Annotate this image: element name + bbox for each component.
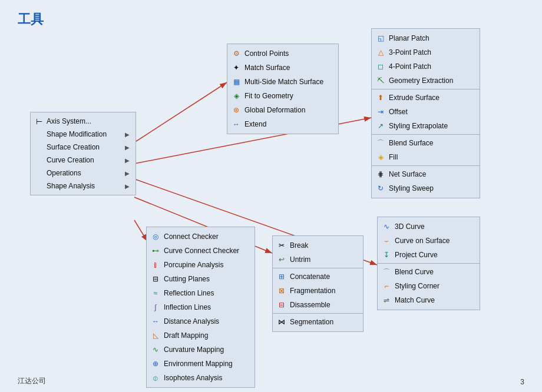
surface-creation-panel: ◱ Planar Patch △ 3-Point Patch ◻ 4-Point… — [371, 28, 480, 198]
menu-surface-creation[interactable]: Surface Creation ▶ — [31, 141, 136, 154]
item-planar-patch[interactable]: ◱ Planar Patch — [372, 31, 480, 45]
blend-curve-icon: ⌒ — [381, 267, 392, 277]
item-draft-mapping[interactable]: ◺ Draft Mapping — [147, 328, 255, 343]
distance-icon: ↔ — [150, 316, 161, 327]
match-surface-icon: ✦ — [231, 62, 242, 73]
item-fit-geometry[interactable]: ◈ Fit to Geometry — [227, 89, 338, 103]
item-curve-on-surface[interactable]: ⌣ Curve on Surface — [378, 234, 480, 248]
menu-operations[interactable]: Operations ▶ — [31, 167, 136, 180]
item-blend-curve[interactable]: ⌒ Blend Curve — [378, 265, 480, 279]
3d-curve-icon: ∿ — [381, 221, 392, 232]
menu-curve-creation[interactable]: Curve Creation ▶ — [31, 154, 136, 167]
curvature-icon: ∿ — [150, 344, 161, 355]
item-net-surface[interactable]: ⋕ Net Surface — [372, 167, 480, 181]
environment-icon: ⊕ — [150, 358, 161, 369]
4point-patch-icon: ◻ — [375, 61, 386, 72]
item-porcupine[interactable]: ⫿ Porcupine Analysis — [147, 258, 255, 272]
project-curve-icon: ↧ — [381, 250, 392, 260]
segment-icon: ⋈ — [276, 317, 287, 327]
porcupine-icon: ⫿ — [150, 260, 161, 270]
item-untrim[interactable]: ↩ Untrim — [273, 253, 363, 267]
blend-surface-icon: ⌒ — [375, 138, 386, 148]
item-3point-patch[interactable]: △ 3-Point Patch — [372, 45, 480, 59]
item-extrude-surface[interactable]: ⬆ Extrude Surface — [372, 91, 480, 105]
isophotes-icon: ⦶ — [150, 373, 161, 383]
item-control-points[interactable]: ⚙ Control Points — [227, 46, 338, 61]
item-match-curve[interactable]: ⇌ Match Curve — [378, 293, 480, 307]
item-disassemble[interactable]: ⊟ Disassemble — [273, 298, 363, 312]
item-geometry-extraction[interactable]: ⛏ Geometry Extraction — [372, 74, 480, 88]
axis-icon: ⊢ — [34, 117, 44, 126]
footer-right: 3 — [520, 378, 524, 386]
svg-line-5 — [134, 220, 147, 241]
operations-icon — [34, 168, 44, 178]
item-concatenate[interactable]: ⊞ Concatenate — [273, 270, 363, 284]
page-title: 工具 — [18, 11, 44, 28]
item-fill[interactable]: ◈ Fill — [372, 150, 480, 164]
item-fragmentation[interactable]: ⊠ Fragmentation — [273, 284, 363, 298]
shape-modification-panel: ⚙ Control Points ✦ Match Surface ▦ Multi… — [227, 44, 339, 134]
item-cutting-planes[interactable]: ⊟ Cutting Planes — [147, 272, 255, 286]
planar-patch-icon: ◱ — [375, 33, 386, 44]
3point-patch-icon: △ — [375, 47, 386, 58]
item-segmentation[interactable]: ⋈ Segmentation — [273, 315, 363, 329]
item-4point-patch[interactable]: ◻ 4-Point Patch — [372, 59, 480, 74]
item-connect-checker[interactable]: ◎ Connect Checker — [147, 230, 255, 244]
styling-sweep-icon: ↻ — [375, 183, 386, 194]
fit-geometry-icon: ◈ — [231, 91, 242, 101]
multi-match-icon: ▦ — [231, 77, 242, 87]
menu-shape-analysis[interactable]: Shape Analysis ▶ — [31, 180, 136, 192]
footer-left: 江达公司 — [18, 376, 46, 386]
item-isophotes[interactable]: ⦶ Isophotes Analysis — [147, 371, 255, 385]
offset-icon: ⇥ — [375, 107, 386, 117]
item-environment[interactable]: ⊕ Environment Mapping — [147, 357, 255, 371]
extrapolate-icon: ↗ — [375, 121, 386, 131]
item-3d-curve[interactable]: ∿ 3D Curve — [378, 220, 480, 234]
operations-panel: ✂ Break ↩ Untrim ⊞ Concatenate ⊠ Fragmen… — [272, 235, 363, 332]
disassemble-icon: ⊟ — [276, 300, 287, 310]
curve-on-surface-icon: ⌣ — [381, 235, 392, 246]
geom-extract-icon: ⛏ — [375, 75, 386, 86]
analysis-icon — [34, 181, 44, 191]
item-curve-connect[interactable]: ⊷ Curve Connect Checker — [147, 244, 255, 258]
curve-icon — [34, 155, 44, 165]
draft-icon: ◺ — [150, 330, 161, 341]
item-blend-surface[interactable]: ⌒ Blend Surface — [372, 136, 480, 150]
connect-checker-icon: ◎ — [150, 231, 161, 242]
inflection-icon: ∫ — [150, 302, 161, 313]
item-distance[interactable]: ↔ Distance Analysis — [147, 314, 255, 328]
net-surface-icon: ⋕ — [375, 169, 386, 180]
shape-mod-icon — [34, 129, 44, 139]
styling-corner-icon: ⌐ — [381, 281, 392, 291]
extend-icon: ↔ — [231, 119, 242, 129]
menu-axis-system[interactable]: ⊢ Axis System... — [31, 115, 136, 128]
surface-icon — [34, 142, 44, 152]
item-styling-corner[interactable]: ⌐ Styling Corner — [378, 279, 480, 293]
fill-icon: ◈ — [375, 152, 386, 162]
global-deform-icon: ⊛ — [231, 105, 242, 115]
control-points-icon: ⚙ — [231, 48, 242, 59]
concat-icon: ⊞ — [276, 271, 287, 282]
item-multi-side-match[interactable]: ▦ Multi-Side Match Surface — [227, 75, 338, 89]
untrim-icon: ↩ — [276, 254, 287, 265]
curve-connect-icon: ⊷ — [150, 245, 161, 256]
curve-creation-panel: ∿ 3D Curve ⌣ Curve on Surface ↧ Project … — [377, 217, 480, 310]
item-offset[interactable]: ⇥ Offset — [372, 105, 480, 119]
item-match-surface[interactable]: ✦ Match Surface — [227, 61, 338, 75]
main-menu: ⊢ Axis System... Shape Modification ▶ Su… — [30, 112, 136, 195]
break-icon: ✂ — [276, 240, 287, 251]
item-styling-extrapolate[interactable]: ↗ Styling Extrapolate — [372, 119, 480, 133]
match-curve-icon: ⇌ — [381, 295, 392, 305]
item-global-deformation[interactable]: ⊛ Global Deformation — [227, 103, 338, 117]
item-reflection[interactable]: ≈ Reflection Lines — [147, 286, 255, 300]
item-extend[interactable]: ↔ Extend — [227, 117, 338, 131]
frag-icon: ⊠ — [276, 285, 287, 296]
item-curvature[interactable]: ∿ Curvature Mapping — [147, 343, 255, 357]
cutting-planes-icon: ⊟ — [150, 274, 161, 284]
item-inflection[interactable]: ∫ Inflection Lines — [147, 300, 255, 314]
menu-shape-modification[interactable]: Shape Modification ▶ — [31, 128, 136, 141]
item-break[interactable]: ✂ Break — [273, 238, 363, 253]
item-styling-sweep[interactable]: ↻ Styling Sweep — [372, 181, 480, 195]
shape-analysis-panel: ◎ Connect Checker ⊷ Curve Connect Checke… — [146, 227, 255, 388]
item-project-curve[interactable]: ↧ Project Curve — [378, 248, 480, 262]
